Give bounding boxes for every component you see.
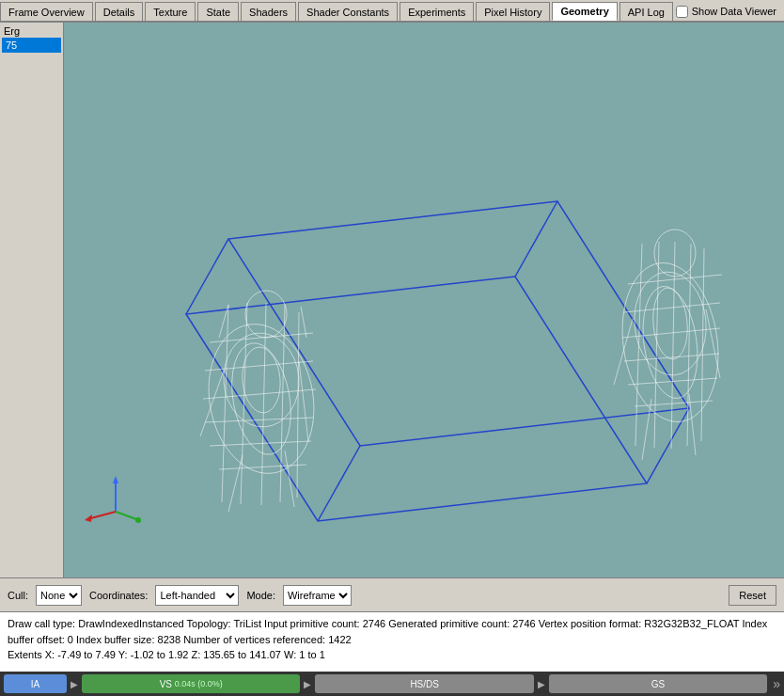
mode-select[interactable]: Wireframe Solid (283, 585, 352, 606)
svg-line-2 (186, 239, 228, 314)
svg-line-5 (515, 201, 557, 277)
svg-line-18 (219, 465, 306, 469)
pipeline-stage-vs[interactable]: VS 0.04s (0.0%) (82, 674, 300, 693)
tab-api-log[interactable]: API Log (619, 2, 673, 21)
svg-line-35 (628, 275, 722, 284)
tab-experiments[interactable]: Experiments (400, 2, 474, 21)
cull-label: Cull: (8, 590, 28, 601)
info-line1: Draw call type: DrawIndexedInstanced Top… (8, 616, 776, 647)
svg-line-45 (701, 248, 704, 441)
svg-line-52 (116, 512, 136, 519)
svg-marker-51 (85, 514, 92, 522)
svg-point-27 (240, 345, 283, 414)
tab-shaders[interactable]: Shaders (241, 2, 296, 21)
svg-line-40 (635, 401, 713, 406)
tab-state[interactable]: State (197, 2, 239, 21)
svg-marker-0 (186, 277, 647, 521)
cull-select[interactable]: None Back Front (36, 585, 82, 606)
svg-line-20 (241, 303, 247, 504)
pipeline-bar: IA ▶ VS 0.04s (0.0%) ▶ HS/DS ▶ GS » (0, 672, 784, 696)
svg-line-15 (203, 389, 316, 399)
svg-marker-1 (228, 201, 689, 446)
main-area: Erg 75 (0, 23, 784, 577)
svg-line-44 (687, 244, 691, 446)
sidebar-header: Erg (2, 24, 61, 38)
svg-point-7 (224, 339, 299, 460)
reset-button[interactable]: Reset (729, 585, 776, 606)
sidebar-item-75[interactable]: 75 (2, 38, 61, 53)
svg-line-16 (205, 418, 313, 422)
svg-line-36 (624, 303, 720, 312)
svg-point-6 (197, 316, 325, 482)
svg-line-3 (318, 446, 360, 521)
svg-point-53 (135, 517, 141, 523)
info-bar: Draw call type: DrawIndexedInstanced Top… (0, 611, 784, 672)
coordinates-select[interactable]: Left-handed Right-handed (155, 585, 239, 606)
controls-bar: Cull: None Back Front Coordinates: Left-… (0, 577, 784, 611)
vs-detail: 0.04s (0.0%) (175, 679, 223, 688)
tab-details[interactable]: Details (95, 2, 144, 21)
pipeline-stage-ia[interactable]: IA (4, 674, 67, 693)
mode-label: Mode: (246, 590, 275, 601)
svg-line-25 (301, 307, 306, 338)
show-data-viewer-checkbox[interactable] (676, 6, 688, 18)
pipeline-stage-hsds[interactable]: HS/DS (315, 674, 533, 693)
arrow-3: ▶ (538, 679, 545, 689)
svg-point-28 (613, 257, 729, 428)
info-line2: Extents X: -7.49 to 7.49 Y: -1.02 to 1.9… (8, 647, 776, 663)
tab-shader-constants[interactable]: Shader Constants (298, 2, 398, 21)
svg-line-34 (689, 394, 696, 455)
svg-line-23 (297, 312, 299, 498)
svg-line-41 (635, 244, 642, 446)
svg-line-17 (210, 441, 311, 446)
tab-frame-overview[interactable]: Frame Overview (0, 2, 93, 21)
svg-line-13 (210, 333, 313, 342)
svg-marker-49 (113, 476, 118, 483)
tab-pixel-history[interactable]: Pixel History (476, 2, 550, 21)
svg-line-33 (642, 399, 651, 460)
scene-svg (64, 23, 784, 577)
tab-geometry[interactable]: Geometry (552, 2, 617, 21)
svg-line-12 (285, 451, 294, 507)
svg-line-22 (280, 305, 285, 502)
tab-texture[interactable]: Texture (145, 2, 196, 21)
show-data-viewer-label: Show Data Viewer (692, 6, 776, 17)
svg-line-19 (222, 305, 228, 502)
arrow-2: ▶ (304, 679, 311, 689)
svg-line-9 (200, 371, 224, 436)
svg-line-4 (647, 408, 689, 483)
tab-bar: Frame Overview Details Texture State Sha… (0, 0, 784, 23)
toolbar-right: Show Data Viewer (676, 2, 784, 21)
sidebar: Erg 75 (0, 23, 64, 577)
pipeline-stage-gs[interactable]: GS (549, 674, 767, 693)
arrow-1: ▶ (71, 679, 78, 689)
coordinates-label: Coordinates: (89, 590, 148, 601)
pipeline-end: » (773, 676, 780, 691)
svg-line-10 (299, 361, 308, 441)
viewport[interactable] (64, 23, 784, 577)
